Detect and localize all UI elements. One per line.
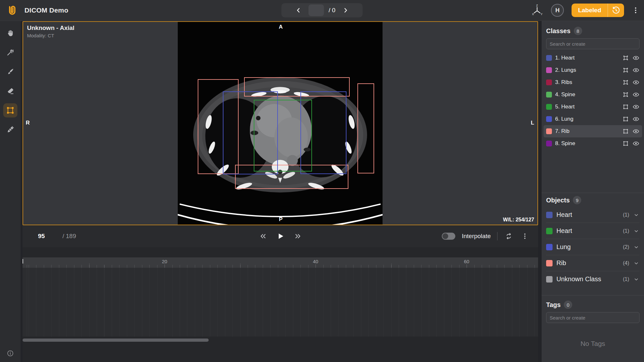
- object-count: (1): [623, 228, 629, 234]
- current-frame-input[interactable]: [37, 232, 57, 240]
- visibility-eye-icon[interactable]: [632, 140, 639, 147]
- class-row[interactable]: 4. Spine: [544, 88, 642, 101]
- object-row[interactable]: Lung(2): [546, 239, 639, 255]
- bitmask-icon[interactable]: [622, 91, 629, 98]
- visibility-eye-icon[interactable]: [632, 54, 639, 61]
- class-row[interactable]: 7. Rib: [544, 125, 642, 137]
- bounding-box-rib[interactable]: [357, 83, 374, 173]
- tags-search-input[interactable]: [546, 312, 639, 323]
- class-row[interactable]: 1. Heart: [544, 52, 642, 64]
- brush-icon: [6, 68, 14, 76]
- next-task-button[interactable]: [340, 5, 351, 16]
- dicom-annotation-app: DICOM Demo / 0 Z X Y H Labeled: [0, 0, 644, 362]
- class-color-chip: [546, 92, 552, 97]
- object-row[interactable]: Rib(4): [546, 255, 639, 271]
- bounding-box-heart[interactable]: [254, 100, 312, 172]
- class-label: 1. Heart: [555, 55, 619, 61]
- class-row[interactable]: 3. Ribs: [544, 76, 642, 88]
- dicom-viewport[interactable]: Unknown - Axial Modality: CT A P R L W/L…: [23, 21, 538, 225]
- magic-wand-tool[interactable]: [3, 45, 17, 60]
- object-color-chip: [546, 244, 553, 250]
- timeline-menu-icon[interactable]: [520, 231, 530, 241]
- objects-section: Objects 9 Heart(1)Heart(1)Lung(2)Rib(4)U…: [542, 193, 644, 287]
- class-label: 7. Rib: [555, 128, 619, 135]
- visibility-eye-icon[interactable]: [632, 79, 639, 86]
- interpolate-toggle[interactable]: [442, 233, 455, 240]
- class-color-chip: [546, 67, 552, 73]
- visibility-eye-icon[interactable]: [632, 67, 639, 74]
- info-icon[interactable]: [7, 350, 14, 357]
- class-row[interactable]: 5. Heart: [544, 101, 642, 113]
- tags-section: Tags 0 No Tags: [542, 295, 644, 348]
- user-avatar[interactable]: H: [551, 4, 564, 17]
- object-count: (1): [623, 212, 629, 218]
- object-count: (4): [623, 260, 629, 266]
- play-icon[interactable]: [275, 231, 286, 242]
- frame-counter: / 189: [37, 225, 76, 247]
- overflow-menu-icon[interactable]: [632, 5, 639, 15]
- tags-count-badge: 0: [564, 301, 572, 309]
- class-label: 5. Heart: [555, 104, 619, 110]
- orientation-anterior-label: A: [277, 24, 285, 30]
- hand-icon: [6, 29, 14, 37]
- class-label: 2. Lungs: [555, 67, 619, 73]
- brand-logo-icon[interactable]: [6, 4, 19, 17]
- bounding-box-icon[interactable]: [622, 116, 629, 123]
- objects-count-badge: 9: [573, 196, 581, 204]
- timeline-ruler[interactable]: 204060: [23, 257, 538, 268]
- class-row[interactable]: 6. Lung: [544, 113, 642, 125]
- visibility-eye-icon[interactable]: [632, 116, 639, 123]
- classes-count-badge: 8: [574, 27, 582, 35]
- object-row[interactable]: Unknown Class(1): [546, 271, 639, 287]
- class-label: 6. Lung: [555, 116, 619, 122]
- chevron-down-icon[interactable]: [633, 260, 639, 266]
- classes-search-input[interactable]: [546, 38, 639, 49]
- object-color-chip: [546, 276, 553, 283]
- magic-wand-icon: [6, 48, 14, 57]
- window-level-readout: W/L: 254/127: [503, 217, 534, 223]
- class-row[interactable]: 2. Lungs: [544, 64, 642, 76]
- visibility-eye-icon[interactable]: [632, 91, 639, 98]
- class-row[interactable]: 8. Spine: [544, 137, 642, 150]
- history-icon[interactable]: [608, 4, 624, 17]
- visibility-eye-icon[interactable]: [632, 103, 639, 110]
- chevron-down-icon[interactable]: [633, 228, 639, 234]
- class-color-chip: [546, 79, 552, 85]
- class-label: 8. Spine: [555, 140, 619, 147]
- brush-tool[interactable]: [3, 65, 17, 79]
- bitmask-icon[interactable]: [622, 79, 629, 86]
- chevron-down-icon[interactable]: [633, 244, 639, 250]
- chevron-down-icon[interactable]: [633, 212, 639, 218]
- bitmask-icon[interactable]: [622, 67, 629, 74]
- task-index-input[interactable]: [308, 5, 324, 16]
- bounding-box-tool[interactable]: [3, 103, 17, 117]
- bounding-box-icon[interactable]: [622, 140, 629, 147]
- timeline-options: Interpolate: [442, 225, 530, 247]
- eraser-icon: [6, 87, 14, 95]
- class-color-chip: [546, 104, 552, 110]
- pan-tool[interactable]: [3, 26, 17, 40]
- object-row[interactable]: Heart(1): [546, 207, 639, 223]
- bounding-box-icon: [6, 106, 14, 115]
- frame-timeline: / 189 Interpolate: [23, 225, 538, 362]
- status-labeled-button[interactable]: Labeled: [572, 4, 624, 17]
- timeline-scrollbar[interactable]: [23, 339, 209, 342]
- chevron-down-icon[interactable]: [633, 276, 639, 283]
- loop-icon[interactable]: [504, 231, 514, 241]
- pen-tool[interactable]: [3, 123, 17, 137]
- bitmask-icon[interactable]: [622, 54, 629, 61]
- object-row[interactable]: Heart(1): [546, 223, 639, 239]
- ruler-minor-ticks: [23, 265, 538, 268]
- object-label: Lung: [556, 243, 619, 251]
- eraser-tool[interactable]: [3, 84, 17, 98]
- object-color-chip: [546, 260, 553, 266]
- bounding-box-icon[interactable]: [622, 128, 629, 135]
- previous-task-button[interactable]: [293, 5, 304, 16]
- timeline-track-area[interactable]: [23, 268, 538, 337]
- skip-backward-icon[interactable]: [258, 231, 269, 242]
- visibility-eye-icon[interactable]: [632, 128, 639, 135]
- orientation-axes-icon[interactable]: Z X Y: [531, 4, 543, 16]
- pen-icon: [6, 125, 14, 134]
- skip-forward-icon[interactable]: [292, 231, 303, 242]
- bounding-box-icon[interactable]: [622, 103, 629, 110]
